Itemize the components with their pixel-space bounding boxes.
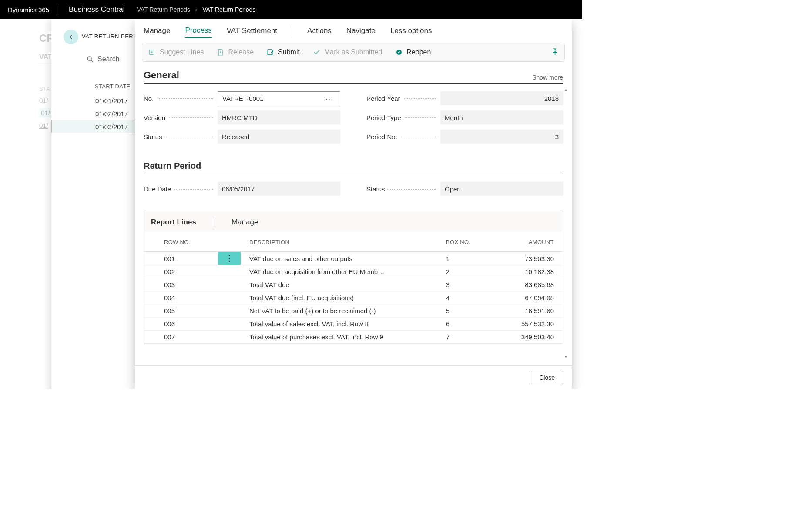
general-section-header: General Show more bbox=[144, 70, 563, 84]
tab-navigate[interactable]: Navigate bbox=[346, 27, 376, 38]
status-field: Released bbox=[218, 130, 340, 144]
cell-amount: 73,503.30 bbox=[489, 252, 563, 265]
lines-tabs: Report Lines Manage bbox=[144, 211, 563, 232]
cell-description: VAT due on acquisition from other EU Mem… bbox=[244, 265, 441, 278]
breadcrumb: VAT Return Periods › VAT Return Periods bbox=[137, 6, 256, 13]
lines-tab-report[interactable]: Report Lines bbox=[151, 218, 196, 231]
back-button[interactable] bbox=[64, 30, 78, 44]
row-actions-button[interactable]: ⋮ bbox=[218, 252, 241, 265]
ellipsis-icon[interactable]: ··· bbox=[324, 95, 335, 102]
scroll-up-icon[interactable]: ▴ bbox=[565, 87, 567, 92]
cell-amount: 557,532.30 bbox=[489, 318, 563, 331]
close-button[interactable]: Close bbox=[531, 371, 563, 384]
col-kebab bbox=[218, 232, 244, 252]
col-description[interactable]: DESCRIPTION bbox=[244, 232, 441, 252]
cell-kebab: ⋮ bbox=[218, 252, 244, 265]
report-lines-grid: ROW NO. DESCRIPTION BOX NO. AMOUNT 001⋮V… bbox=[144, 232, 563, 344]
pin-icon bbox=[550, 47, 558, 55]
period-no-label: Period No. bbox=[366, 133, 440, 141]
release-label: Release bbox=[228, 48, 254, 56]
chevron-right-icon: › bbox=[195, 6, 198, 13]
period-type-label: Period Type bbox=[366, 114, 440, 121]
release-action: Release bbox=[217, 48, 254, 56]
process-ribbon: Suggest Lines Release Submit Mark as Sub… bbox=[142, 43, 565, 62]
cell-kebab bbox=[218, 331, 244, 344]
reopen-action[interactable]: Reopen bbox=[395, 48, 431, 56]
reopen-icon bbox=[395, 48, 403, 56]
list-row[interactable]: 01/02/2017 bbox=[51, 107, 147, 120]
cell-box-no: 1 bbox=[441, 252, 489, 265]
scrollbar[interactable]: ▴ ▾ bbox=[564, 87, 571, 359]
tab-process[interactable]: Process bbox=[185, 26, 211, 38]
cell-kebab bbox=[218, 278, 244, 291]
cell-box-no: 6 bbox=[441, 318, 489, 331]
table-row[interactable]: 003Total VAT due383,685.68 bbox=[144, 278, 563, 291]
cell-row-no: 003 bbox=[144, 278, 218, 291]
cell-amount: 67,094.08 bbox=[489, 291, 563, 304]
period-no-value: 3 bbox=[555, 133, 559, 141]
cell-description: Total VAT due (incl. EU acquisitions) bbox=[244, 291, 441, 304]
topbar-separator bbox=[59, 4, 59, 15]
vat-return-modal: Manage Process VAT Settlement Actions Na… bbox=[135, 19, 572, 389]
modal-content: General Show more No. VATRET-0001 ··· Pe… bbox=[135, 62, 572, 365]
cell-kebab bbox=[218, 304, 244, 318]
col-box-no[interactable]: BOX NO. bbox=[441, 232, 489, 252]
table-row[interactable]: 004Total VAT due (incl. EU acquisitions)… bbox=[144, 291, 563, 304]
tab-actions[interactable]: Actions bbox=[307, 27, 332, 38]
table-row[interactable]: 006Total value of sales excl. VAT, incl.… bbox=[144, 318, 563, 331]
cell-row-no: 004 bbox=[144, 291, 218, 304]
lines-tab-manage[interactable]: Manage bbox=[231, 218, 258, 231]
due-date-value: 06/05/2017 bbox=[222, 185, 255, 193]
due-date-field: 06/05/2017 bbox=[218, 182, 340, 196]
version-field: HMRC MTD bbox=[218, 110, 340, 124]
period-year-value: 2018 bbox=[544, 95, 559, 102]
lines-table: ROW NO. DESCRIPTION BOX NO. AMOUNT 001⋮V… bbox=[144, 232, 563, 344]
due-date-label: Due Date bbox=[144, 185, 218, 193]
show-more-link[interactable]: Show more bbox=[532, 74, 563, 81]
pin-button[interactable] bbox=[550, 47, 558, 57]
cell-amount: 349,503.40 bbox=[489, 331, 563, 344]
modal-tabs: Manage Process VAT Settlement Actions Na… bbox=[135, 19, 572, 43]
no-field[interactable]: VATRET-0001 ··· bbox=[218, 91, 340, 105]
table-row[interactable]: 005Net VAT to be paid (+) or to be recla… bbox=[144, 304, 563, 318]
tab-separator bbox=[292, 27, 292, 38]
table-row[interactable]: 002VAT due on acquisition from other EU … bbox=[144, 265, 563, 278]
mark-submitted-action: Mark as Submitted bbox=[313, 48, 382, 56]
cell-kebab bbox=[218, 291, 244, 304]
tab-less-options[interactable]: Less options bbox=[390, 27, 432, 38]
table-row[interactable]: 001⋮VAT due on sales and other outputs17… bbox=[144, 252, 563, 265]
cell-row-no: 001 bbox=[144, 252, 218, 265]
list-row[interactable]: 01/03/2017 bbox=[51, 120, 147, 133]
submit-action[interactable]: Submit bbox=[267, 48, 300, 56]
tab-vat-settlement[interactable]: VAT Settlement bbox=[227, 27, 277, 38]
breadcrumb-2[interactable]: VAT Return Periods bbox=[202, 6, 255, 13]
return-period-title: Return Period bbox=[144, 161, 563, 174]
check-icon bbox=[313, 48, 321, 56]
cell-box-no: 5 bbox=[441, 304, 489, 318]
status-label: Status bbox=[144, 133, 218, 141]
rp-status-value: Open bbox=[445, 185, 461, 193]
table-row[interactable]: 007Total value of purchases excl. VAT, i… bbox=[144, 331, 563, 344]
tab-manage[interactable]: Manage bbox=[144, 27, 170, 38]
brand-label: Dynamics 365 bbox=[8, 6, 49, 13]
cell-description: Total VAT due bbox=[244, 278, 441, 291]
suggest-lines-icon bbox=[148, 48, 156, 56]
breadcrumb-1[interactable]: VAT Return Periods bbox=[137, 6, 190, 13]
period-type-value: Month bbox=[445, 114, 463, 121]
cell-row-no: 002 bbox=[144, 265, 218, 278]
list-row[interactable]: 01/01/2017 bbox=[51, 94, 147, 107]
cell-description: VAT due on sales and other outputs bbox=[244, 252, 441, 265]
col-row-no[interactable]: ROW NO. bbox=[144, 232, 218, 252]
suggest-lines-action: Suggest Lines bbox=[148, 48, 204, 56]
topbar: Dynamics 365 Business Central VAT Return… bbox=[0, 0, 582, 19]
lines-tab-separator bbox=[214, 217, 214, 228]
cell-amount: 16,591.60 bbox=[489, 304, 563, 318]
cell-box-no: 3 bbox=[441, 278, 489, 291]
app-name[interactable]: Business Central bbox=[69, 5, 125, 14]
return-period-fields: Due Date 06/05/2017 Status Open bbox=[144, 182, 563, 196]
cell-description: Total value of sales excl. VAT, incl. Ro… bbox=[244, 318, 441, 331]
cell-amount: 83,685.68 bbox=[489, 278, 563, 291]
col-amount[interactable]: AMOUNT bbox=[489, 232, 563, 252]
scroll-down-icon[interactable]: ▾ bbox=[565, 354, 567, 359]
rp-status-label: Status bbox=[366, 185, 440, 193]
